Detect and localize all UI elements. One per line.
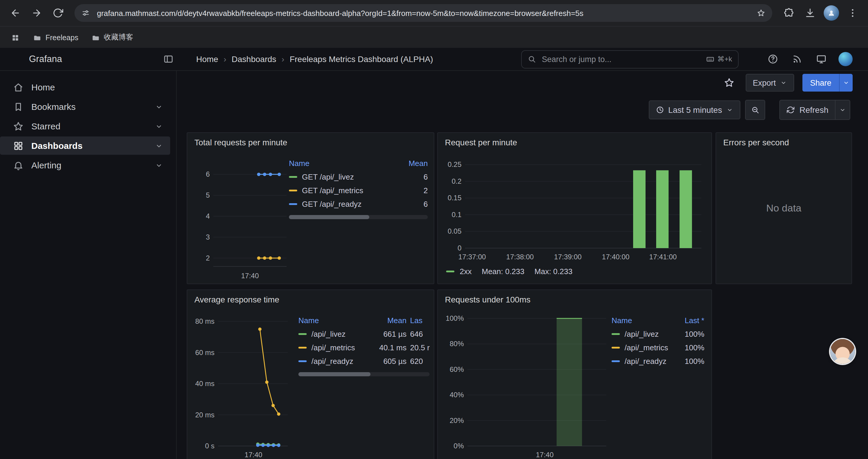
legend-header-name[interactable]: Name (299, 316, 365, 325)
favorite-star-icon[interactable] (721, 74, 737, 91)
time-range-picker[interactable]: Last 5 minutes (649, 100, 740, 119)
scrollbar-thumb[interactable] (289, 215, 370, 219)
url-bar[interactable] (74, 4, 772, 22)
svg-text:17:40:00: 17:40:00 (602, 253, 629, 261)
extensions-icon[interactable] (779, 4, 798, 23)
series-name[interactable]: /api/_readyz (311, 357, 353, 366)
profile-avatar[interactable] (822, 4, 841, 23)
sidebar-item-alerting[interactable]: Alerting (0, 156, 170, 174)
time-controls-row: Last 5 minutes Refresh (177, 95, 868, 125)
legend-value: 646 (410, 330, 434, 338)
series-name[interactable]: /api/_metrics (311, 343, 355, 352)
sidebar-item-dashboards[interactable]: Dashboards (0, 136, 170, 155)
chevron-down-icon (726, 106, 733, 113)
sidebar-item-starred[interactable]: Starred (0, 117, 170, 135)
dashboard-header: Export Share (177, 71, 868, 95)
sidebar-item-bookmarks[interactable]: Bookmarks (0, 97, 170, 116)
legend-row[interactable]: /api/_livez661 µs646 (299, 327, 434, 341)
legend-header-mean[interactable]: Mean (369, 316, 406, 325)
legend-value: 100% (674, 357, 704, 366)
forward-icon[interactable] (27, 4, 46, 23)
legend-row[interactable]: /api/_readyz100% (612, 355, 704, 368)
breadcrumb-item[interactable]: Freeleaps Metrics Dashboard (ALPHA) (289, 54, 433, 64)
legend-header-las[interactable]: Las (410, 316, 434, 325)
bookmark-star-icon[interactable] (757, 9, 765, 17)
series-name[interactable]: 2xx (460, 267, 471, 276)
series-name[interactable]: GET /api/_livez (302, 172, 354, 182)
legend-header-name[interactable]: Name (612, 316, 670, 325)
series-color-dash (299, 333, 307, 335)
zoom-out-button[interactable] (745, 100, 765, 120)
sidebar-item-home[interactable]: Home (0, 78, 170, 96)
dashboard-content: Export Share Last 5 minutes (177, 71, 868, 459)
refresh-button[interactable]: Refresh (780, 100, 835, 119)
panel-request-per-minute[interactable]: Request per minute 00.050.10.150.20.2517… (437, 132, 712, 284)
user-avatar[interactable] (838, 52, 852, 66)
breadcrumb-item[interactable]: Home (196, 54, 218, 64)
share-menu-chevron[interactable] (839, 74, 852, 92)
legend-row[interactable]: /api/_readyz605 µs620 (299, 355, 434, 368)
legend-row[interactable]: /api/_metrics40.1 ms20.5 r (299, 341, 434, 355)
legend-table: NameMeanGET /api/_livez6GET /api/_metric… (289, 157, 428, 211)
brand-name: Grafana (29, 54, 62, 64)
panel-requests-under-100ms[interactable]: Requests under 100ms 0%20%40%60%80%100%1… (437, 290, 712, 459)
chevron-down-icon (155, 141, 163, 150)
legend-row[interactable]: /api/_livez100% (612, 327, 704, 341)
export-button[interactable]: Export (746, 74, 794, 92)
series-name[interactable]: /api/_metrics (625, 343, 668, 352)
reload-icon[interactable] (49, 4, 67, 23)
panel-errors-per-second[interactable]: Errors per second No data (716, 132, 852, 284)
grafana-app: Grafana Home›Dashboards›Freeleaps Metric… (0, 48, 868, 459)
breadcrumb-item[interactable]: Dashboards (231, 54, 276, 64)
svg-text:80%: 80% (450, 340, 464, 348)
news-rss-icon[interactable] (791, 53, 803, 65)
chevron-down-icon (155, 122, 163, 130)
series-name[interactable]: GET /api/_readyz (302, 200, 362, 208)
bookmark-item[interactable]: 收藏博客 (87, 30, 138, 45)
grafana-logo-icon (8, 52, 24, 67)
chat-widget-avatar[interactable] (830, 339, 855, 364)
apps-grid-icon[interactable] (7, 29, 24, 46)
svg-text:40%: 40% (450, 391, 464, 399)
display-icon[interactable] (815, 53, 827, 65)
series-max: Max: 0.233 (534, 267, 572, 276)
search-box[interactable]: ⌘+k (521, 50, 739, 68)
panel-average-response-time[interactable]: Average response time 0 s20 ms40 ms60 ms… (187, 290, 434, 459)
legend-header-mean[interactable]: Mean (401, 159, 428, 168)
sidebar: HomeBookmarksStarredDashboardsAlerting (0, 71, 177, 459)
refresh-interval-chevron[interactable] (835, 100, 850, 119)
browser-menu-icon[interactable] (843, 4, 862, 23)
bookmark-item[interactable]: Freeleaps (28, 31, 83, 44)
grafana-brand[interactable]: Grafana (8, 48, 62, 70)
share-button[interactable]: Share (802, 74, 839, 92)
legend-row[interactable]: /api/_metrics100% (612, 341, 704, 355)
legend-value: 100% (674, 343, 704, 352)
series-name[interactable]: /api/_readyz (625, 357, 666, 366)
sidebar-item-label: Dashboards (31, 140, 83, 151)
legend-header-name[interactable]: Name (289, 159, 397, 168)
legend-row[interactable]: GET /api/_livez6 (289, 170, 428, 184)
svg-text:4: 4 (206, 212, 210, 220)
back-icon[interactable] (6, 4, 25, 23)
legend-scrollbar[interactable] (299, 372, 430, 376)
series-name[interactable]: /api/_livez (311, 330, 346, 338)
sidebar-item-label: Home (31, 82, 55, 92)
panel-total-requests[interactable]: Total requests per minute 2345617:40 Nam… (187, 132, 434, 284)
legend-row[interactable]: GET /api/_metrics2 (289, 184, 428, 197)
series-name[interactable]: GET /api/_metrics (302, 186, 363, 195)
url-input[interactable] (96, 8, 751, 18)
legend-header-last[interactable]: Last * (674, 316, 704, 325)
star-icon (13, 121, 24, 131)
site-settings-icon[interactable] (82, 9, 90, 17)
legend-row[interactable]: GET /api/_readyz6 (289, 197, 428, 211)
help-icon[interactable] (767, 53, 779, 65)
legend-scrollbar[interactable] (289, 215, 428, 219)
series-color-dash (299, 347, 307, 349)
sidebar-item-label: Alerting (31, 160, 61, 170)
series-name[interactable]: /api/_livez (625, 330, 659, 338)
sidebar-toggle-icon[interactable] (163, 54, 174, 64)
downloads-icon[interactable] (801, 4, 819, 23)
scrollbar-thumb[interactable] (299, 372, 370, 376)
browser-toolbar (0, 0, 868, 26)
search-input[interactable] (541, 54, 701, 64)
